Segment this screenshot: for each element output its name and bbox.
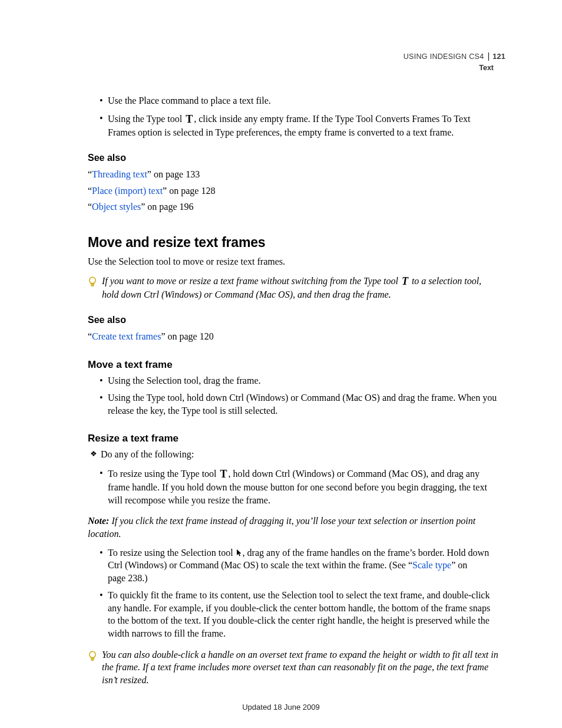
list-item: Using the Type tool, hold down Ctrl (Win… [100, 391, 498, 417]
link-place-import-text[interactable]: Place (import) text [92, 186, 163, 196]
list-text: Using the Type tool, hold down Ctrl (Win… [108, 393, 497, 416]
page-footer: Updated 18 June 2009 [0, 702, 562, 713]
tip-block: You can also double-click a handle on an… [88, 648, 498, 687]
xref-tail: ” on page 120 [161, 331, 213, 341]
list-text-prefix: Using the Type tool [108, 114, 184, 124]
list-item: Do any of the following: [90, 448, 498, 461]
svg-point-0 [90, 277, 95, 283]
cross-reference: “Place (import) text” on page 128 [88, 185, 498, 197]
xref-tail: ” on page 133 [147, 169, 200, 179]
resize-frame-list: To resize using the Type tool T, hold do… [88, 467, 498, 506]
resize-frame-list-2: To resize using the Selection tool , dra… [88, 546, 498, 640]
cross-reference: “Threading text” on page 133 [88, 168, 498, 181]
list-text-prefix: To resize using the Selection tool [108, 548, 236, 558]
paragraph: Use the Selection tool to move or resize… [88, 255, 498, 268]
xref-tail: ” on page 128 [163, 186, 215, 196]
intro-bullet-list: Use the Place command to place a text fi… [88, 94, 498, 139]
link-threading-text[interactable]: Threading text [92, 169, 147, 179]
tip-text-prefix: If you want to move or resize a text fra… [102, 276, 401, 286]
lightbulb-icon [88, 650, 97, 687]
tip-block: If you want to move or resize a text fra… [88, 274, 498, 301]
list-text-prefix: To resize using the Type tool [108, 469, 219, 479]
see-also-heading: See also [88, 314, 498, 327]
list-text: To quickly fit the frame to its content,… [108, 590, 490, 638]
heading-move-resize: Move and resize text frames [88, 233, 498, 252]
resize-lead-list: Do any of the following: [88, 448, 498, 461]
list-item: To resize using the Type tool T, hold do… [100, 467, 498, 506]
list-text: Do any of the following: [101, 449, 194, 459]
document-page: USING INDESIGN CS4 121 Text Use the Plac… [0, 0, 562, 728]
header-product: USING INDESIGN CS4 [404, 52, 484, 61]
list-item: Using the Type tool T, click inside any … [100, 112, 498, 139]
tip-text: You can also double-click a handle on an… [102, 648, 498, 687]
type-tool-icon: T [401, 275, 409, 287]
list-item: To quickly fit the frame to its content,… [100, 589, 498, 640]
list-item: Use the Place command to place a text fi… [100, 94, 498, 107]
page-header: USING INDESIGN CS4 121 Text [404, 52, 505, 73]
link-create-text-frames[interactable]: Create text frames [92, 331, 161, 341]
note-label: Note: [88, 516, 109, 526]
cross-reference: “Create text frames” on page 120 [88, 330, 498, 343]
page-content: Use the Place command to place a text fi… [88, 94, 498, 686]
move-frame-list: Using the Selection tool, drag the frame… [88, 374, 498, 417]
lightbulb-icon [88, 275, 97, 301]
list-text: Using the Selection tool, drag the frame… [108, 375, 260, 386]
selection-tool-icon [236, 548, 243, 558]
xref-tail: ” on page 196 [141, 202, 193, 212]
list-text: Use the Place command to place a text fi… [108, 95, 271, 106]
see-also-heading: See also [88, 151, 498, 164]
list-item: To resize using the Selection tool , dra… [100, 546, 498, 585]
type-tool-icon: T [219, 468, 229, 480]
note-body: If you click the text frame instead of d… [88, 516, 475, 539]
heading-resize-frame: Resize a text frame [88, 432, 498, 446]
svg-point-1 [90, 651, 95, 657]
link-scale-type[interactable]: Scale type [412, 560, 451, 570]
link-object-styles[interactable]: Object styles [92, 202, 141, 212]
note-block: Note: If you click the text frame instea… [88, 515, 498, 540]
cross-reference: “Object styles” on page 196 [88, 200, 498, 213]
page-number: 121 [488, 52, 505, 61]
type-tool-icon: T [184, 113, 194, 125]
list-item: Using the Selection tool, drag the frame… [100, 374, 498, 387]
header-section: Text [404, 63, 505, 73]
heading-move-frame: Move a text frame [88, 358, 498, 372]
